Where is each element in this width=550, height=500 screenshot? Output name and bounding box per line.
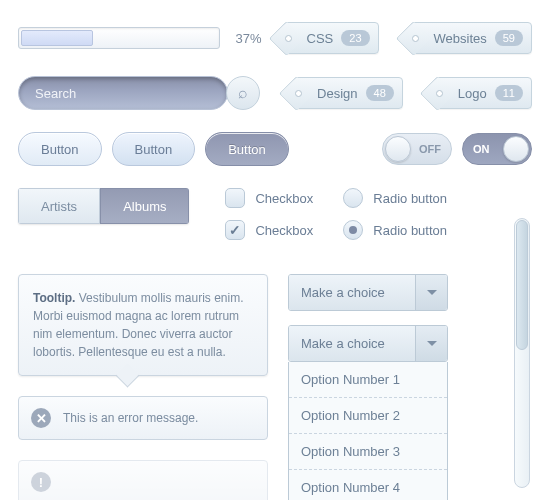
- tag-design[interactable]: Design48: [294, 77, 403, 109]
- tag-logo[interactable]: Logo11: [435, 77, 532, 109]
- search-icon: ⌕: [238, 84, 248, 102]
- chevron-down-icon[interactable]: [415, 275, 447, 310]
- tag-count: 48: [366, 85, 394, 101]
- dropdown-option[interactable]: Option Number 1: [289, 362, 447, 398]
- error-message: ✕This is an error message.: [18, 396, 268, 440]
- button-hover[interactable]: Button: [112, 132, 196, 166]
- tab-group: Artists Albums: [18, 188, 189, 224]
- dropdown-label: Make a choice: [289, 275, 415, 310]
- tag-count: 11: [495, 85, 523, 101]
- toggle-label: OFF: [419, 143, 441, 155]
- dropdown-closed[interactable]: Make a choice: [288, 274, 448, 311]
- dropdown-option[interactable]: Option Number 4: [289, 470, 447, 500]
- checkbox-unchecked[interactable]: [225, 188, 245, 208]
- radio-label: Radio button: [373, 223, 447, 238]
- tag-label: Logo: [458, 86, 487, 101]
- tag-label: CSS: [307, 31, 334, 46]
- dropdown-open[interactable]: Make a choice: [288, 325, 448, 362]
- scrollbar[interactable]: [514, 218, 530, 488]
- toggle-knob: [385, 136, 411, 162]
- toggle-off[interactable]: OFF: [382, 133, 452, 165]
- tab-artists[interactable]: Artists: [18, 188, 100, 224]
- checkbox-label: Checkbox: [255, 223, 313, 238]
- progress-label: 37%: [236, 31, 262, 46]
- chevron-down-icon[interactable]: [415, 326, 447, 361]
- button-default[interactable]: Button: [18, 132, 102, 166]
- tab-albums[interactable]: Albums: [100, 188, 189, 224]
- dropdown-options: Option Number 1 Option Number 2 Option N…: [288, 362, 448, 500]
- info-icon[interactable]: !: [31, 472, 51, 492]
- dropdown-label: Make a choice: [289, 326, 415, 361]
- progress-bar: [18, 27, 220, 49]
- radio-unchecked[interactable]: [343, 188, 363, 208]
- message-text: This is an error message.: [63, 411, 198, 425]
- alert-message: !: [18, 460, 268, 500]
- tooltip: Tooltip. Vestibulum mollis mauris enim. …: [18, 274, 268, 376]
- tag-count: 59: [495, 30, 523, 46]
- tag-label: Websites: [434, 31, 487, 46]
- search-bar: ⌕: [18, 76, 260, 110]
- dropdown-option[interactable]: Option Number 3: [289, 434, 447, 470]
- search-button[interactable]: ⌕: [226, 76, 260, 110]
- search-input[interactable]: [18, 76, 228, 110]
- radio-checked[interactable]: [343, 220, 363, 240]
- scrollbar-thumb[interactable]: [516, 220, 528, 350]
- toggle-on[interactable]: ON: [462, 133, 532, 165]
- dropdown-option[interactable]: Option Number 2: [289, 398, 447, 434]
- tooltip-title: Tooltip.: [33, 291, 75, 305]
- radio-label: Radio button: [373, 191, 447, 206]
- close-icon[interactable]: ✕: [31, 408, 51, 428]
- progress-fill: [21, 30, 93, 46]
- checkbox-label: Checkbox: [255, 191, 313, 206]
- button-active[interactable]: Button: [205, 132, 289, 166]
- checkbox-checked[interactable]: [225, 220, 245, 240]
- toggle-knob: [503, 136, 529, 162]
- tag-websites[interactable]: Websites59: [411, 22, 532, 54]
- tag-label: Design: [317, 86, 357, 101]
- tag-count: 23: [341, 30, 369, 46]
- toggle-label: ON: [473, 143, 490, 155]
- tag-css[interactable]: CSS23: [284, 22, 379, 54]
